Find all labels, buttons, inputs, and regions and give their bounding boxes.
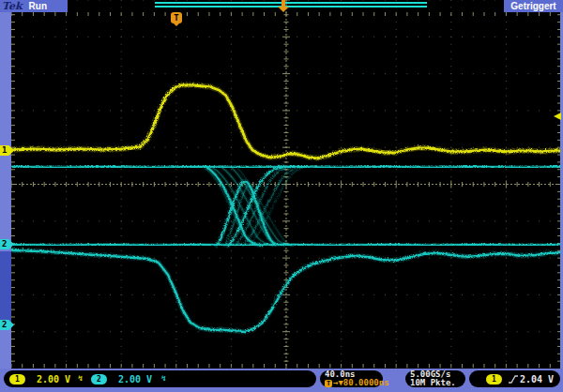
delay-arrows-icon: →▼ [333,379,343,387]
ch2-badge[interactable]: 2 [91,374,107,384]
channel-readout-box[interactable]: 1 2.00 V ↯ 2 2.00 V ↯ [4,370,316,387]
rising-edge-icon [508,373,519,384]
delay-value: 80.0000ns [343,379,389,387]
delay-reference-marker[interactable] [282,0,285,7]
titlebar-right: Getriggert [504,0,563,12]
trigger-status: Getriggert [510,1,555,11]
trigger-level-arrow-icon[interactable] [554,113,561,120]
record-length-readout: 10M Pkte. [410,379,456,387]
trigger-point-marker[interactable]: T [171,12,182,23]
acquisition-status: Run [29,1,47,11]
ch1-scale-readout: 2.00 V [37,374,70,384]
acquisition-preview-line [155,6,427,8]
acquisition-preview-line [155,2,427,4]
trigger-source-badge[interactable]: 1 [486,374,502,384]
trigger-readout-box[interactable]: 1 2.04 V [469,370,560,387]
ch2-coupling-icon: ↯ [161,374,166,383]
waveform-display [0,0,563,369]
trigger-t-icon: T [325,380,332,387]
horizontal-delay-readout: T→▼80.0000ns [325,379,389,387]
left-frame-segment [0,251,11,322]
graticule [11,0,562,369]
titlebar-left: Tek Run [0,0,68,12]
ch2-scale-readout: 2.00 V [118,374,152,384]
tek-logo: Tek [2,0,23,12]
ch1-coupling-icon: ↯ [78,374,83,383]
timebase-readout-box[interactable]: 40.0ns T→▼80.0000ns [320,370,383,387]
trigger-level-readout: 2.04 V [520,374,554,384]
ch1-badge[interactable]: 1 [9,374,25,384]
delay-reference-arrow-icon [278,7,289,12]
acquisition-readout-box[interactable]: 5.00GS/s 10M Pkte. [405,370,465,387]
oscilloscope-screen: Tek Run Getriggert T 1 2 2 1 2.00 V ↯ 2 … [0,0,563,392]
